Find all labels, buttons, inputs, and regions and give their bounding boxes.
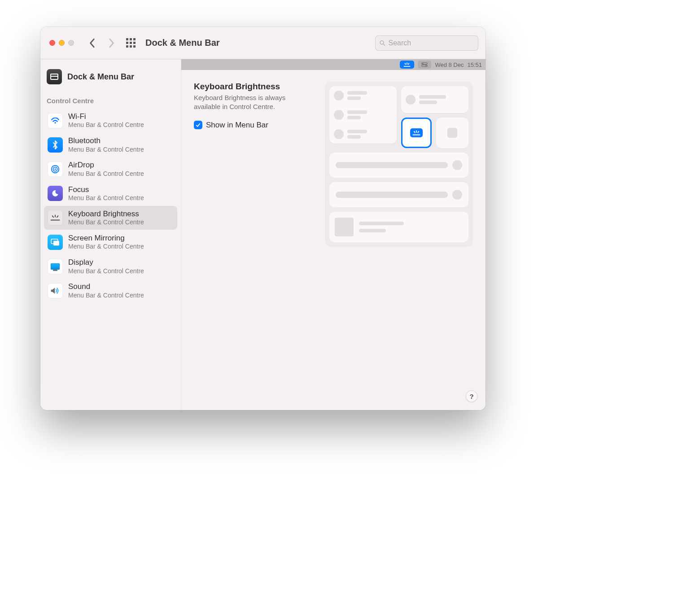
svg-point-17 [423,63,424,64]
menubar-date: Wed 8 Dec [435,61,464,68]
sidebar-item-sub: Menu Bar & Control Centre [68,292,144,299]
sidebar-item-display[interactable]: Display Menu Bar & Control Centre [44,254,177,278]
sidebar-header-dock-menu-bar[interactable]: Dock & Menu Bar [43,67,178,92]
sidebar-item-sub: Menu Bar & Control Centre [68,219,144,226]
wifi-icon [48,113,63,128]
sidebar-item-sub: Menu Bar & Control Centre [68,194,144,202]
preview-keyboard-brightness-tile [401,118,432,148]
sidebar-item-sub: Menu Bar & Control Centre [68,121,144,129]
sidebar-item-focus[interactable]: Focus Menu Bar & Control Centre [44,182,177,205]
screen-mirroring-icon [48,235,63,250]
preview-media-card [329,212,468,242]
sidebar-item-screen-mirroring[interactable]: Screen Mirroring Menu Bar & Control Cent… [44,230,177,254]
svg-line-1 [383,44,385,45]
svg-line-23 [418,131,419,133]
keyboard-brightness-icon [48,210,63,225]
airdrop-icon [48,162,63,177]
svg-point-2 [54,122,56,123]
sidebar-item-label: Wi-Fi [68,112,144,121]
window-controls [49,40,74,46]
show-in-menu-bar-row[interactable]: Show in Menu Bar [194,121,313,130]
sidebar-item-sound[interactable]: Sound Menu Bar & Control Centre [44,279,177,302]
minimize-button[interactable] [59,40,65,46]
toolbar: Dock & Menu Bar [40,27,486,59]
svg-line-22 [414,131,415,133]
sidebar-section-label: Control Centre [43,92,178,108]
preview-slider-2 [329,182,468,207]
search-input[interactable] [388,39,474,47]
pane-heading: Keyboard Brightness [194,82,313,92]
moon-icon [48,186,63,201]
preview-tile-blank [436,118,468,148]
sidebar-item-label: Screen Mirroring [68,234,144,243]
sidebar-item-keyboard-brightness[interactable]: Keyboard Brightness Menu Bar & Control C… [44,206,177,230]
back-button[interactable] [88,38,96,48]
search-icon [379,39,385,47]
svg-line-14 [405,63,406,64]
menubar-preview: Wed 8 Dec 15:51 [181,59,486,70]
forward-button [107,38,115,48]
show-in-menu-bar-label: Show in Menu Bar [206,121,268,130]
sidebar-item-sub: Menu Bar & Control Centre [68,267,144,275]
preview-slider-1 [329,153,468,178]
menubar-control-centre-icon [418,61,431,69]
preview-toggles-card [329,86,397,144]
menubar-time: 15:51 [467,61,482,68]
svg-line-9 [57,216,58,217]
sidebar-item-label: AirDrop [68,161,144,170]
page-title: Dock & Menu Bar [145,38,220,48]
svg-point-19 [426,65,427,66]
bluetooth-icon [48,137,63,153]
sidebar-item-sub: Menu Bar & Control Centre [68,170,144,178]
sidebar-item-label: Display [68,258,144,267]
svg-rect-11 [53,240,59,245]
display-icon [48,259,63,274]
sidebar-item-label: Sound [68,282,144,291]
sidebar-item-label: Focus [68,185,144,194]
content-pane: Wed 8 Dec 15:51 Keyboard Brightness Keyb… [181,59,486,410]
close-button[interactable] [49,40,55,46]
sidebar-item-sub: Menu Bar & Control Centre [68,243,144,250]
sidebar-item-sub: Menu Bar & Control Centre [68,146,144,153]
sidebar-header-label: Dock & Menu Bar [67,72,134,82]
show-in-menu-bar-checkbox[interactable] [194,121,202,129]
sidebar-item-label: Bluetooth [68,136,144,145]
dock-menu-bar-icon [47,69,62,84]
menubar-keyboard-brightness-icon [400,61,414,69]
sidebar-item-airdrop[interactable]: AirDrop Menu Bar & Control Centre [44,157,177,181]
svg-point-5 [54,168,56,170]
zoom-button [68,40,74,46]
nav-arrows [88,38,115,48]
sidebar-item-bluetooth[interactable]: Bluetooth Menu Bar & Control Centre [44,133,177,157]
svg-line-8 [52,216,53,217]
search-field[interactable] [375,35,478,51]
show-all-button[interactable] [126,38,136,48]
pane-description: Keyboard Brightness is always available … [194,93,311,112]
sidebar: Dock & Menu Bar Control Centre Wi-Fi Men… [40,59,181,410]
preview-side-card-1 [401,86,468,113]
sound-icon [48,283,63,298]
control-centre-preview [325,82,473,247]
sidebar-item-label: Keyboard Brightness [68,210,144,219]
svg-line-15 [408,63,409,64]
help-button[interactable]: ? [466,390,477,402]
sidebar-item-wifi[interactable]: Wi-Fi Menu Bar & Control Centre [44,109,177,132]
preferences-window: Dock & Menu Bar Dock & Menu Bar Control … [40,27,486,410]
